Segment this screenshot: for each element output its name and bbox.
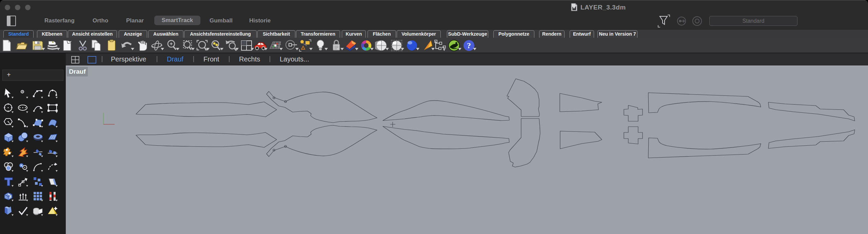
svg-text:?: ? <box>467 41 471 50</box>
